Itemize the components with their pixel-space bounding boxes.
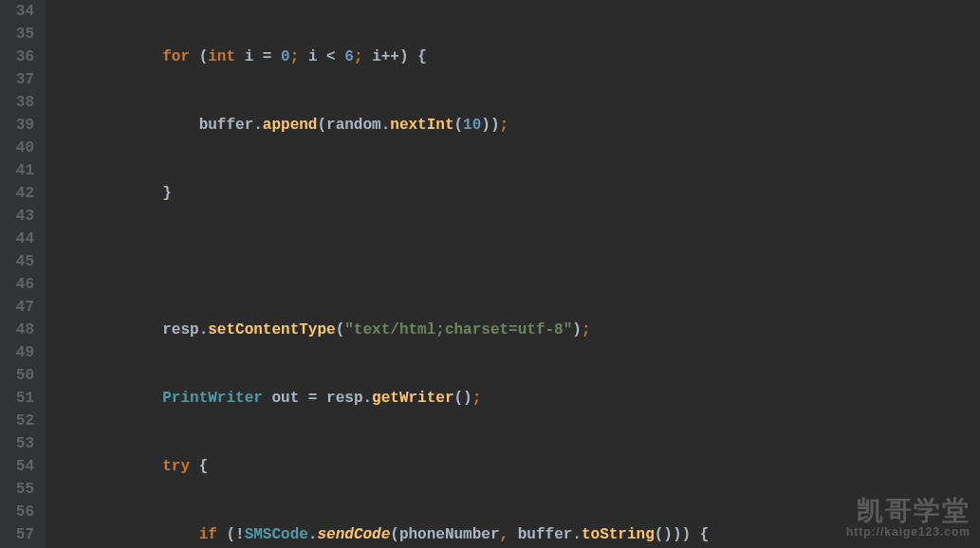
code-editor[interactable]: 3435363738394041424344454647484950515253… <box>0 0 980 548</box>
line-number: 39 <box>8 114 34 137</box>
code-line: if (!SMSCode.sendCode(phoneNumber, buffe… <box>53 523 837 546</box>
line-number: 40 <box>8 137 34 159</box>
code-line: for (int i = 0; i < 6; i++) { <box>53 46 837 68</box>
line-number: 54 <box>8 455 34 478</box>
code-line: buffer.append(random.nextInt(10)); <box>53 114 837 137</box>
line-number: 35 <box>8 23 34 46</box>
code-line: resp.setContentType("text/html;charset=u… <box>53 319 837 341</box>
code-line <box>53 250 837 273</box>
code-line: PrintWriter out = resp.getWriter(); <box>53 387 837 410</box>
line-number: 34 <box>8 0 34 23</box>
line-number: 38 <box>8 91 34 114</box>
line-number: 52 <box>8 410 34 432</box>
line-number: 49 <box>8 341 34 364</box>
line-number: 37 <box>8 68 34 91</box>
line-number: 51 <box>8 387 34 410</box>
line-number: 56 <box>8 501 34 523</box>
line-number: 42 <box>8 182 34 205</box>
line-number: 46 <box>8 273 34 296</box>
line-number: 53 <box>8 432 34 455</box>
code-line: try { <box>53 455 837 478</box>
code-area[interactable]: for (int i = 0; i < 6; i++) { buffer.app… <box>46 0 837 548</box>
line-number: 41 <box>8 159 34 182</box>
line-number-gutter: 3435363738394041424344454647484950515253… <box>0 0 46 548</box>
line-number: 50 <box>8 364 34 387</box>
line-number: 55 <box>8 478 34 501</box>
line-number: 57 <box>8 523 34 546</box>
code-line: } <box>53 182 837 205</box>
line-number: 44 <box>8 228 34 250</box>
line-number: 47 <box>8 296 34 319</box>
line-number: 43 <box>8 205 34 228</box>
line-number: 48 <box>8 319 34 341</box>
line-number: 36 <box>8 46 34 68</box>
line-number: 45 <box>8 250 34 273</box>
